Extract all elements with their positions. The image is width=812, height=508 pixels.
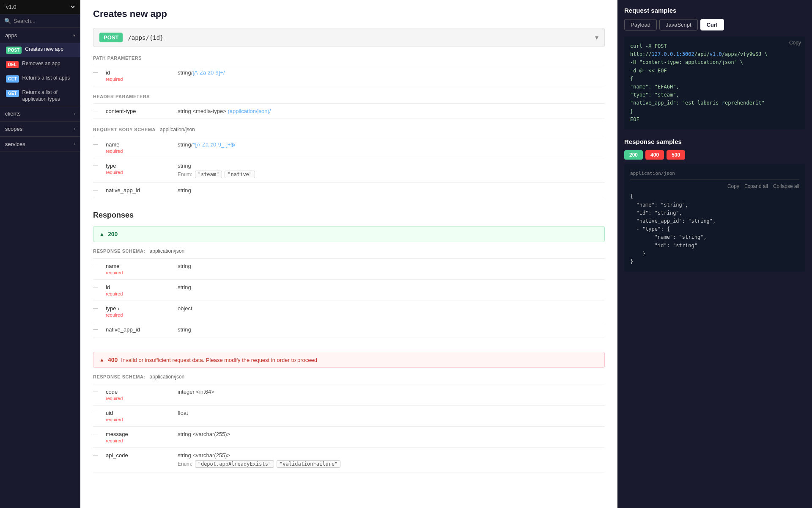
resp-line-3: "id": "string", — [630, 209, 799, 217]
param-row-api-code: — api_code string <varchar(255)> Enum: "… — [93, 447, 605, 472]
delete-badge: DEL — [6, 61, 19, 68]
response-header-200[interactable]: ▲ 200 — [93, 226, 605, 242]
sidebar-item-creates-new-app[interactable]: POST Creates new app — [0, 43, 80, 57]
expand-button[interactable]: ▾ — [595, 33, 598, 41]
sidebar-item-returns-app-types[interactable]: GET Returns a list of application types — [0, 86, 80, 106]
sidebar-item-returns-apps[interactable]: GET Returns a list of apps — [0, 72, 80, 86]
param-name: content-type — [106, 108, 136, 114]
sidebar-group-clients-header[interactable]: clients › — [0, 106, 80, 121]
response-code-200: 200 — [108, 231, 118, 237]
pattern-link[interactable]: [A-Za-z0-9]+/ — [192, 69, 225, 76]
param-name-col: content-type — [106, 108, 173, 114]
tree-line: — — [93, 431, 102, 437]
resp-tab-400[interactable]: 400 — [645, 150, 664, 160]
response-header-400[interactable]: ▲ 400 Invalid or insufficient request da… — [93, 352, 605, 368]
required-label: required — [106, 291, 173, 296]
sidebar-group-scopes: scopes › — [0, 121, 80, 137]
response-sample-tabs: 200 400 500 — [624, 150, 805, 160]
collapse-all-action[interactable]: Collapse all — [773, 183, 799, 189]
param-name: uid — [106, 410, 113, 416]
pattern-link[interactable]: ^[A-Za-z0-9_-]+$/ — [192, 141, 235, 148]
media-type-link[interactable]: (application/json)/ — [228, 108, 271, 114]
copy-action[interactable]: Copy — [727, 183, 739, 189]
copy-button[interactable]: Copy — [789, 40, 801, 46]
enum-value: "depot.appAlreadyExists" — [195, 460, 274, 468]
tree-line: — — [93, 410, 102, 416]
param-detail: string <media-type> (application/json)/ — [178, 108, 605, 114]
get-badge: GET — [6, 75, 19, 83]
param-name-col: api_code — [106, 452, 173, 458]
param-detail: integer <int64> — [178, 389, 605, 395]
param-detail: string <varchar(255)> Enum: "depot.appAl… — [178, 452, 605, 468]
tab-javascript[interactable]: JavaScript — [659, 19, 698, 30]
param-detail: string — [178, 326, 605, 333]
param-name-col: uid required — [106, 410, 173, 422]
sidebar-group-services: services › — [0, 137, 80, 152]
param-name: message — [106, 431, 128, 437]
param-row-message: — message required string <varchar(255)> — [93, 426, 605, 447]
curl-line-4: { — [630, 75, 799, 83]
sidebar-item-removes-app[interactable]: DEL Removes an app — [0, 57, 80, 72]
param-name-col: code required — [106, 389, 173, 401]
param-name: code — [106, 389, 118, 395]
enum-value: "native" — [225, 171, 255, 178]
version-select[interactable]: v1.0 v2.0 — [4, 3, 76, 11]
sidebar-group-apps-header[interactable]: apps ▾ — [0, 28, 80, 43]
resp-line-7: "id": "string" — [630, 242, 799, 250]
param-row-code: — code required integer <int64> — [93, 384, 605, 405]
tree-line: — — [93, 187, 102, 193]
right-panel: Request samples Payload JavaScript Curl … — [617, 0, 812, 508]
param-name: native_app_id — [106, 326, 140, 333]
resp-tab-200[interactable]: 200 — [624, 150, 643, 160]
required-label: required — [106, 149, 173, 154]
sidebar-group-apps: apps ▾ POST Creates new app DEL Removes … — [0, 28, 80, 106]
param-row-native-app-id: — native_app_id string — [93, 182, 605, 198]
curl-line-3: -d @- << EOF — [630, 67, 799, 75]
request-body-label: REQUEST BODY SCHEMA — [93, 127, 156, 132]
sidebar-group-services-header[interactable]: services › — [0, 137, 80, 152]
param-row-name: — name required string/^[A-Za-z0-9_-]+$/ — [93, 137, 605, 158]
tree-line: — — [93, 141, 102, 147]
required-label: required — [106, 396, 173, 401]
required-label: required — [106, 417, 173, 422]
required-label: required — [106, 438, 173, 443]
curl-line-1: curl -X POST http://127.0.0.1:3002/api/v… — [630, 42, 799, 58]
param-detail: string — [178, 284, 605, 290]
version-selector[interactable]: v1.0 v2.0 — [0, 0, 80, 14]
response-samples-section: Response samples 200 400 500 application… — [624, 138, 805, 272]
resp-line-5: - "type": { — [630, 225, 799, 233]
enum-value: "validationFailure" — [277, 460, 340, 468]
param-name: id — [106, 69, 110, 76]
endpoint-bar: POST /apps/{id} ▾ — [93, 28, 605, 47]
request-samples-title: Request samples — [624, 7, 805, 14]
search-box[interactable]: 🔍 Search... — [0, 14, 80, 28]
sidebar-group-clients-label: clients — [5, 110, 21, 117]
resp-line-4: "native_app_id": "string", — [630, 217, 799, 225]
response-code-block: application/json Copy Expand all Collaps… — [624, 164, 805, 272]
tree-line: — — [93, 108, 102, 114]
param-name: name — [106, 263, 120, 269]
sidebar-group-clients: clients › — [0, 106, 80, 121]
response-body-200: RESPONSE SCHEMA: application/json — name… — [93, 242, 605, 343]
param-name-col: message required — [106, 431, 173, 443]
tree-line: — — [93, 69, 102, 75]
resp-tab-500[interactable]: 500 — [667, 150, 685, 160]
sidebar-group-scopes-header[interactable]: scopes › — [0, 121, 80, 136]
method-tag: POST — [99, 33, 123, 42]
sidebar: v1.0 v2.0 🔍 Search... apps ▾ POST Create… — [0, 0, 80, 508]
enum-label: Enum: — [178, 171, 192, 177]
tab-payload[interactable]: Payload — [624, 19, 657, 30]
response-samples-title: Response samples — [624, 138, 805, 145]
path-params-list: — id required string/[A-Za-z0-9]+/ — [93, 65, 605, 86]
expand-all-action[interactable]: Expand all — [744, 183, 768, 189]
page-title: Creates new app — [93, 8, 605, 19]
required-label: required — [106, 312, 173, 318]
param-name-col: type required — [106, 163, 173, 175]
required-label: required — [106, 77, 173, 82]
tab-curl[interactable]: Curl — [700, 19, 724, 30]
param-detail: object — [178, 305, 605, 312]
response-schema-value: application/json — [150, 248, 185, 254]
sidebar-group-scopes-label: scopes — [5, 126, 22, 132]
response-block-400: ▲ 400 Invalid or insufficient request da… — [93, 352, 605, 478]
chevron-down-icon: ▾ — [73, 33, 75, 38]
